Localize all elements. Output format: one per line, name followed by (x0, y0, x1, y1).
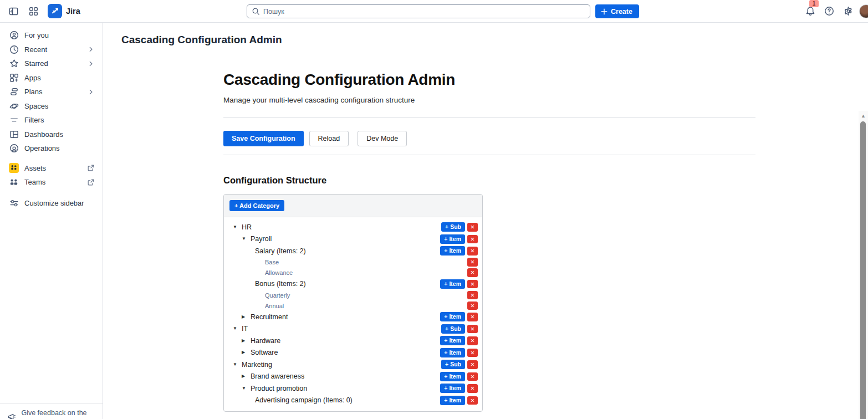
scrollbar-thumb[interactable] (860, 121, 866, 419)
global-search[interactable] (247, 4, 590, 18)
app-switcher-icon[interactable] (25, 3, 41, 19)
add-category-button[interactable]: + Add Category (229, 200, 284, 211)
collapse-toggle-icon[interactable]: ▼ (242, 386, 251, 391)
content-subtitle: Manage your multi-level cascading config… (223, 96, 755, 104)
feedback-label: Give feedback on the n... (21, 409, 96, 419)
user-avatar[interactable] (859, 4, 868, 18)
expand-toggle-icon[interactable]: ▶ (242, 374, 251, 379)
page-header: Cascading Configuration Admin (103, 23, 868, 55)
tree-node-label: Annual (265, 303, 284, 309)
delete-button[interactable]: ✕ (467, 258, 478, 267)
collapse-toggle-icon[interactable]: ▼ (233, 362, 242, 367)
configuration-tree-panel: + Add Category ▼ HR + Sub ✕ ▼ Payroll + … (223, 194, 483, 412)
add-item-button[interactable]: + Item (440, 279, 465, 289)
delete-button[interactable]: ✕ (467, 280, 478, 289)
scrollbar-up-arrow[interactable]: ▲ (860, 112, 867, 119)
add-item-button[interactable]: + Item (440, 384, 465, 393)
create-button[interactable]: Create (595, 4, 639, 18)
delete-button[interactable]: ✕ (467, 223, 478, 232)
search-input[interactable] (263, 8, 585, 16)
save-configuration-button[interactable]: Save Configuration (223, 131, 304, 146)
add-sub-button[interactable]: + Sub (441, 324, 465, 334)
add-item-button[interactable]: + Item (440, 348, 465, 357)
delete-button[interactable]: ✕ (467, 291, 478, 300)
sidebar-item-label: For you (24, 31, 95, 39)
tree-node-label: IT (242, 325, 248, 333)
sidebar-item-apps[interactable]: Apps (2, 71, 100, 85)
tree-row: Bonus (Items: 2) + Item ✕ (228, 278, 478, 290)
chevron-right-icon (87, 45, 95, 53)
sidebar-item-teams[interactable]: Teams (2, 175, 100, 190)
divider (223, 155, 755, 155)
assets-icon (9, 163, 19, 173)
tree-node-label: Brand awareness (251, 372, 304, 380)
delete-button[interactable]: ✕ (467, 313, 478, 321)
delete-button[interactable]: ✕ (467, 325, 478, 334)
add-sub-button[interactable]: + Sub (441, 222, 465, 232)
sidebar-item-label: Assets (24, 164, 81, 172)
jira-home-link[interactable]: Jira (48, 4, 80, 18)
add-item-button[interactable]: + Item (440, 234, 465, 244)
dashboards-icon (9, 129, 19, 139)
collapse-toggle-icon[interactable]: ▼ (242, 237, 251, 241)
sidebar-item-label: Spaces (24, 102, 95, 110)
notifications-button[interactable]: 1 (803, 3, 818, 19)
filters-icon (9, 115, 19, 125)
sidebar-item-filters[interactable]: Filters (2, 113, 100, 127)
panel-header: + Add Category (224, 195, 482, 217)
bell-icon (805, 6, 815, 16)
external-link-icon (87, 178, 95, 186)
sidebar-item-spaces[interactable]: Spaces (2, 99, 100, 114)
help-button[interactable] (821, 3, 837, 19)
sidebar-item-starred[interactable]: Starred (2, 57, 100, 71)
delete-button[interactable]: ✕ (467, 349, 478, 357)
customize-sidebar-label: Customize sidebar (24, 199, 95, 207)
sidebar-item-plans[interactable]: Plans (2, 85, 100, 99)
sidebar-item-assets[interactable]: Assets (2, 161, 100, 176)
expand-toggle-icon[interactable]: ▶ (242, 350, 251, 355)
vertical-scrollbar[interactable]: ▲ (859, 111, 868, 419)
give-feedback-button[interactable]: Give feedback on the n... (7, 409, 96, 419)
left-sidebar: For you Recent Starred Apps Plans Spaces… (0, 23, 103, 419)
customize-sidebar-button[interactable]: Customize sidebar (2, 196, 100, 211)
delete-button[interactable]: ✕ (467, 235, 478, 244)
reload-button[interactable]: Reload (309, 131, 349, 146)
add-item-button[interactable]: + Item (440, 336, 465, 345)
add-sub-button[interactable]: + Sub (441, 360, 465, 369)
sliders-icon (9, 198, 19, 208)
collapse-sidebar-icon[interactable] (6, 3, 21, 19)
add-item-button[interactable]: + Item (440, 372, 465, 381)
delete-button[interactable]: ✕ (467, 268, 478, 277)
delete-button[interactable]: ✕ (467, 360, 478, 369)
collapse-toggle-icon[interactable]: ▼ (233, 326, 242, 331)
tree-row: ▶ Recruitment + Item ✕ (228, 311, 478, 323)
add-item-button[interactable]: + Item (440, 312, 465, 321)
sidebar-item-for-you[interactable]: For you (2, 28, 100, 43)
expand-toggle-icon[interactable]: ▶ (242, 339, 251, 343)
for-you-icon (9, 30, 19, 40)
tree-row: ▼ Payroll + Item ✕ (228, 233, 478, 246)
sidebar-item-dashboards[interactable]: Dashboards (2, 127, 100, 142)
sidebar-item-operations[interactable]: Operations (2, 141, 100, 156)
tree-node-label: HR (242, 223, 252, 231)
configuration-tree: ▼ HR + Sub ✕ ▼ Payroll + Item ✕ Salary (… (224, 217, 482, 411)
sidebar-item-label: Dashboards (24, 130, 95, 139)
add-item-button[interactable]: + Item (440, 246, 465, 256)
delete-button[interactable]: ✕ (467, 302, 478, 310)
delete-button[interactable]: ✕ (467, 384, 478, 393)
delete-button[interactable]: ✕ (467, 247, 478, 256)
add-item-button[interactable]: + Item (440, 396, 465, 405)
expand-toggle-icon[interactable]: ▶ (242, 315, 251, 319)
dev-mode-button[interactable]: Dev Mode (358, 131, 407, 146)
starred-icon (9, 59, 19, 69)
sidebar-item-label: Teams (24, 178, 81, 186)
tree-node-label: Payroll (251, 235, 272, 243)
collapse-toggle-icon[interactable]: ▼ (233, 225, 242, 229)
delete-button[interactable]: ✕ (467, 336, 478, 345)
sidebar-item-recent[interactable]: Recent (2, 43, 100, 57)
sidebar-item-label: Filters (24, 116, 95, 124)
tree-node-label: Quarterly (265, 292, 290, 299)
delete-button[interactable]: ✕ (467, 372, 478, 381)
delete-button[interactable]: ✕ (467, 396, 478, 405)
settings-button[interactable] (840, 3, 856, 19)
